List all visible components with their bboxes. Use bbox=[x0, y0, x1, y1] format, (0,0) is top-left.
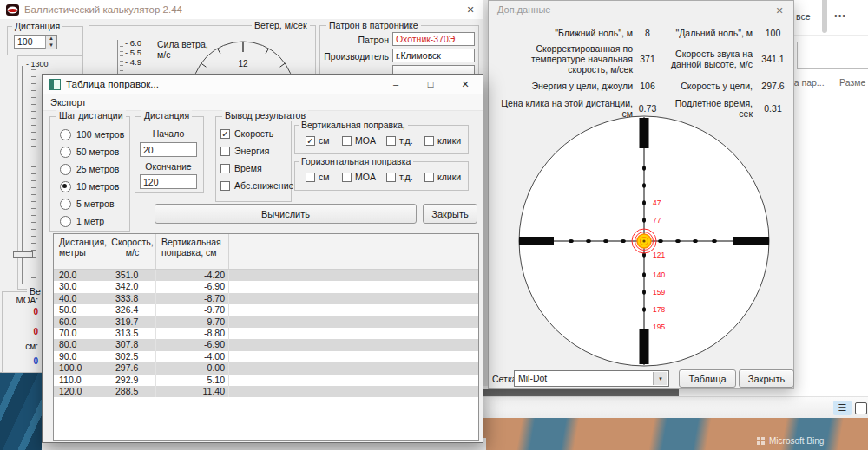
grid-type-dropdown[interactable]: Mil-Dot ▼ bbox=[514, 370, 669, 387]
table-row[interactable]: 80.0307.8-6.90 bbox=[54, 339, 478, 350]
checkbox-option[interactable]: MOA bbox=[342, 135, 376, 146]
reticle-number: 121 bbox=[653, 251, 665, 259]
step-distance-label: Шаг дистанции bbox=[56, 110, 126, 121]
wind-caption-2: м/с bbox=[157, 49, 170, 60]
minimize-icon[interactable]: – bbox=[378, 75, 413, 94]
checkbox-label: MOA bbox=[355, 135, 376, 146]
range-end-field[interactable]: 120 bbox=[140, 174, 197, 189]
checkbox-option[interactable]: Абс.снижение bbox=[220, 177, 293, 194]
spinner-up-icon[interactable]: ▲ bbox=[45, 36, 56, 42]
manufacturer-label: Производитель bbox=[319, 51, 389, 62]
radio-option[interactable]: 5 метров bbox=[50, 195, 129, 212]
table-row[interactable]: 90.0302.5-4.00 bbox=[54, 351, 478, 362]
checkbox-option[interactable]: клики bbox=[424, 135, 461, 146]
stat-label: Скорость у цели, bbox=[662, 81, 753, 91]
checkbox-option[interactable]: ✓см bbox=[306, 135, 329, 146]
radio-option[interactable]: 50 метров bbox=[50, 143, 129, 160]
main-titlebar[interactable]: Баллистический калькулятор 2.44 ✕ bbox=[0, 0, 483, 19]
results-table[interactable]: Дистанция,метрыСкорость,м/сВертикальнаяп… bbox=[53, 233, 479, 441]
table-row[interactable]: 110.0292.95.10 bbox=[54, 375, 478, 386]
close-icon[interactable]: ✕ bbox=[462, 2, 479, 17]
checkbox-option[interactable]: см bbox=[306, 172, 329, 182]
distance-group-label: Дистанция bbox=[12, 21, 62, 31]
table-cell: -8.70 bbox=[156, 293, 229, 304]
table-header-cell[interactable]: Вертикальнаяпоправка, см bbox=[156, 234, 229, 269]
table-cell: 20.0 bbox=[54, 270, 109, 281]
dialog-titlebar[interactable]: Таблица поправок... – □ ✕ bbox=[43, 75, 483, 94]
checkbox-label: т.д. bbox=[399, 135, 413, 146]
menu-export[interactable]: Экспорт bbox=[50, 97, 86, 108]
checkbox-option[interactable]: т.д. bbox=[386, 135, 413, 146]
range-start-value: 20 bbox=[143, 145, 154, 155]
app-icon bbox=[6, 3, 19, 16]
checkbox-icon bbox=[220, 164, 230, 173]
chevron-down-icon[interactable]: ▼ bbox=[653, 372, 667, 385]
menu-list-icon[interactable]: ☰ bbox=[833, 401, 852, 415]
radio-label: 10 метров bbox=[76, 181, 119, 192]
checkbox-option[interactable]: ✓Скорость bbox=[220, 125, 293, 142]
radio-option[interactable]: 1 метр bbox=[50, 212, 129, 230]
close-icon[interactable]: ✕ bbox=[448, 75, 483, 94]
checkbox-option[interactable]: Время bbox=[220, 160, 293, 177]
checkbox-option[interactable]: MOA bbox=[342, 172, 376, 182]
table-row[interactable]: 70.0313.5-8.80 bbox=[54, 328, 478, 339]
spinner-buttons[interactable]: ▲ ▼ bbox=[45, 36, 56, 48]
table-row[interactable]: 50.0326.4-9.70 bbox=[54, 304, 478, 316]
dialog-title: Таблица поправок... bbox=[66, 79, 159, 89]
table-cell: 80.0 bbox=[54, 339, 109, 350]
distance-spinner[interactable]: 100 ▲ ▼ bbox=[14, 35, 57, 49]
table-header-cell[interactable]: Дистанция,метры bbox=[54, 234, 109, 269]
table-row[interactable]: 100.0297.60.00 bbox=[54, 362, 478, 374]
maximize-icon[interactable]: □ bbox=[413, 75, 448, 94]
manufacturer-field[interactable]: г.Климовск bbox=[392, 49, 475, 62]
table-button[interactable]: Таблица bbox=[679, 369, 736, 388]
radio-icon bbox=[60, 147, 71, 158]
checkbox-option[interactable]: т.д. bbox=[386, 172, 413, 182]
background-toolbar: ☰ bbox=[483, 396, 868, 418]
spinner-down-icon[interactable]: ▼ bbox=[45, 42, 56, 49]
table-header-cell[interactable]: Скорость,м/с bbox=[109, 234, 156, 269]
radio-icon bbox=[60, 181, 71, 192]
checkbox-icon bbox=[386, 136, 396, 146]
stat-label: Энергия у цели, джоули bbox=[490, 81, 633, 91]
reticle-number: 159 bbox=[653, 288, 665, 297]
table-cell: 292.9 bbox=[109, 375, 156, 386]
table-row[interactable]: 40.0333.8-8.70 bbox=[54, 293, 478, 304]
calculate-button[interactable]: Вычислить bbox=[155, 204, 417, 224]
radio-label: 25 метров bbox=[76, 164, 119, 174]
checkbox-option[interactable]: клики bbox=[424, 172, 461, 182]
background-tab-left[interactable]: та пар... bbox=[790, 77, 825, 88]
distance-slider-handle[interactable] bbox=[13, 251, 33, 258]
reticle-number: 195 bbox=[653, 323, 665, 331]
square-icon[interactable] bbox=[855, 402, 867, 414]
table-row[interactable]: 60.0319.7-9.70 bbox=[54, 316, 478, 328]
cm-value: 0 bbox=[0, 356, 38, 366]
checkbox-icon: ✓ bbox=[220, 129, 230, 139]
scrollbar-thumb[interactable] bbox=[822, 0, 827, 33]
table-row[interactable]: 120.0288.511.40 bbox=[54, 386, 478, 397]
background-tab-right[interactable]: Разме bbox=[839, 77, 865, 88]
close-button[interactable]: Закрыть bbox=[423, 204, 477, 224]
table-cell: 0.00 bbox=[156, 362, 229, 374]
table-cell: 120.0 bbox=[54, 386, 109, 397]
checkbox-label: см bbox=[319, 135, 329, 146]
table-cell: 90.0 bbox=[54, 351, 109, 362]
table-cell: -9.70 bbox=[156, 316, 229, 328]
reticle-top-bar bbox=[640, 118, 649, 148]
table-row[interactable]: 30.0342.0-6.90 bbox=[54, 281, 478, 292]
more-options-icon[interactable]: ••• bbox=[834, 10, 846, 21]
table-cell: 5.10 bbox=[156, 375, 229, 386]
vertical-group-label: Вертикальная поправка, bbox=[299, 120, 408, 130]
table-row[interactable]: 20.0351.0-4.20 bbox=[54, 270, 478, 281]
close-icon[interactable]: ✕ bbox=[771, 3, 788, 18]
background-input[interactable] bbox=[797, 42, 868, 69]
background-link-all[interactable]: все bbox=[796, 11, 811, 22]
radio-option[interactable]: 10 метров bbox=[50, 178, 129, 195]
radio-label: 1 метр bbox=[76, 216, 104, 226]
range-start-field[interactable]: 20 bbox=[140, 142, 197, 157]
close-button[interactable]: Закрыть bbox=[739, 369, 794, 388]
radio-option[interactable]: 25 метров bbox=[50, 160, 129, 178]
patron-field[interactable]: Охотник-370Э bbox=[392, 32, 475, 46]
checkbox-option[interactable]: Энергия bbox=[220, 142, 293, 160]
radio-option[interactable]: 100 метров bbox=[50, 126, 129, 143]
